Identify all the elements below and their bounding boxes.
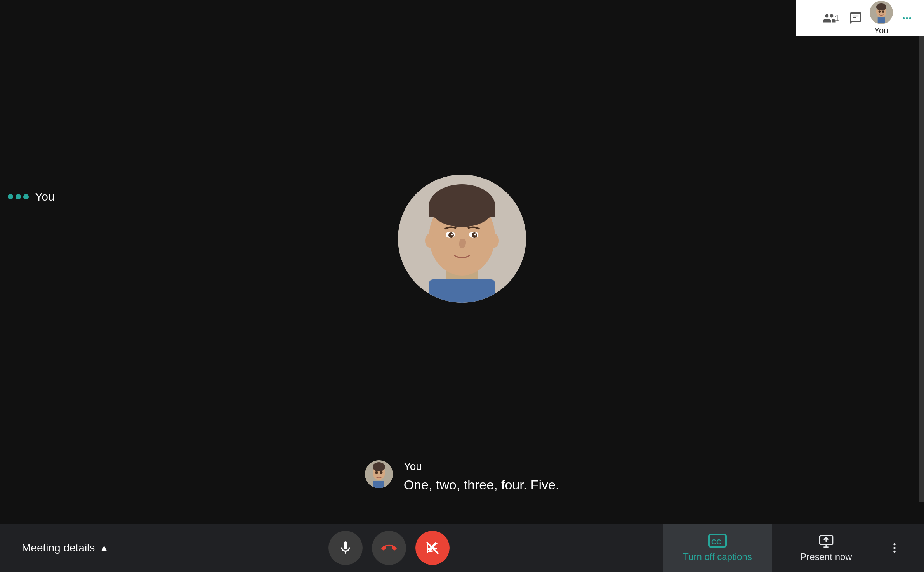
- people-icon: 1: [822, 11, 836, 25]
- scrollbar: [919, 36, 924, 502]
- more-options-icon: [901, 13, 912, 24]
- svg-point-29: [375, 471, 378, 474]
- svg-point-38: [893, 543, 895, 545]
- svg-point-23: [903, 17, 905, 19]
- svg-point-10: [451, 234, 453, 236]
- turn-off-captions-button[interactable]: CC Turn off captions: [663, 524, 772, 572]
- microphone-button[interactable]: [328, 531, 363, 565]
- more-vertical-icon: [888, 542, 901, 554]
- svg-point-28: [373, 462, 385, 471]
- caption-text-block: You One, two, three, four. Five.: [404, 460, 559, 494]
- svg-rect-31: [373, 481, 384, 488]
- present-now-label: Present now: [800, 551, 852, 562]
- svg-rect-5: [429, 202, 495, 217]
- camera-off-icon: [425, 540, 440, 556]
- svg-point-25: [909, 17, 911, 19]
- caption-block: You One, two, three, four. Five.: [365, 460, 559, 494]
- svg-point-13: [490, 234, 499, 248]
- end-call-button[interactable]: [372, 531, 406, 565]
- caption-text: One, two, three, four. Five.: [404, 476, 559, 494]
- chat-button[interactable]: [845, 7, 867, 29]
- dot-3: [23, 194, 29, 199]
- center-controls: [115, 531, 663, 565]
- svg-point-19: [876, 3, 886, 10]
- meeting-details-label: Meeting details: [22, 542, 95, 554]
- more-options-button[interactable]: [896, 7, 918, 29]
- svg-point-39: [893, 547, 895, 549]
- microphone-icon: [338, 540, 353, 556]
- caption-area: You One, two, three, four. Five.: [0, 460, 924, 494]
- svg-point-9: [472, 232, 477, 238]
- people-button[interactable]: 1 1: [820, 7, 842, 29]
- svg-point-21: [882, 10, 884, 13]
- bottom-toolbar: Meeting details ▲ CC Turn off: [0, 524, 924, 572]
- self-avatar: [870, 1, 893, 24]
- end-call-icon: [381, 540, 397, 556]
- right-controls: CC Turn off captions Present now: [663, 524, 908, 572]
- meeting-details-button[interactable]: Meeting details ▲: [16, 537, 115, 559]
- present-now-button[interactable]: Present now: [772, 524, 881, 572]
- captions-icon: CC: [708, 534, 727, 549]
- chat-icon: [849, 11, 863, 25]
- captions-button-label: Turn off captions: [683, 551, 752, 562]
- main-video-area: [0, 0, 924, 524]
- svg-rect-22: [878, 17, 885, 23]
- top-right-panel: 1 1 You: [796, 0, 924, 36]
- svg-point-12: [425, 234, 434, 248]
- self-thumbnail[interactable]: You: [870, 1, 893, 36]
- svg-point-20: [879, 10, 881, 13]
- more-controls-button[interactable]: [881, 534, 908, 562]
- svg-point-30: [380, 471, 382, 474]
- participant-avatar: [398, 175, 526, 303]
- participant-indicator: You: [8, 190, 55, 203]
- svg-text:CC: CC: [711, 538, 721, 546]
- camera-button[interactable]: [415, 531, 450, 565]
- you-label: You: [874, 26, 888, 36]
- svg-point-40: [893, 551, 895, 553]
- people-count: 1: [835, 13, 839, 23]
- svg-point-8: [448, 232, 454, 238]
- participant-name: You: [35, 190, 55, 203]
- present-icon: [818, 534, 835, 549]
- caption-speaker-avatar: [365, 460, 393, 488]
- dot-2: [16, 194, 21, 199]
- chevron-up-icon: ▲: [99, 543, 109, 553]
- activity-dots: [8, 194, 29, 199]
- svg-rect-2: [429, 279, 495, 303]
- svg-point-11: [474, 234, 476, 236]
- dot-1: [8, 194, 13, 199]
- svg-point-24: [906, 17, 908, 19]
- svg-text:1: 1: [830, 13, 833, 18]
- caption-speaker-name: You: [404, 460, 559, 473]
